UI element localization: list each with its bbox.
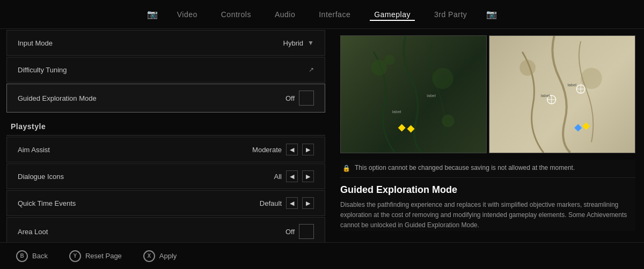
dialogue-next-btn[interactable]: ▶ (302, 170, 314, 182)
expand-icon: ↗ (309, 66, 314, 73)
camera-icon-left[interactable]: 📷 (147, 9, 158, 19)
area-loot-row[interactable]: Area Loot Off (6, 217, 325, 242)
svg-point-8 (519, 60, 536, 76)
back-button-circle: B (16, 250, 28, 262)
nav-audio[interactable]: Audio (270, 8, 299, 21)
qte-prev-btn[interactable]: ◀ (286, 197, 298, 209)
dialogue-prev-btn[interactable]: ◀ (286, 170, 298, 182)
reset-btn-label: Y (74, 253, 77, 259)
svg-point-3 (442, 115, 455, 128)
info-box: 🔒 This option cannot be changed because … (340, 160, 635, 231)
right-panel: label label (332, 29, 644, 242)
qte-value-group: Default ◀ ▶ (260, 197, 314, 209)
back-label: Back (32, 252, 48, 260)
section-divider (6, 135, 325, 136)
playstyle-header: Playstyle (0, 114, 332, 135)
camera-icon-right[interactable]: 📷 (486, 9, 497, 19)
map-right: label label (489, 35, 635, 153)
lock-notice: 🔒 This option cannot be changed because … (340, 160, 635, 178)
guided-label: Guided Exploration Mode (18, 94, 97, 102)
svg-text:label: label (541, 93, 550, 98)
svg-point-0 (371, 60, 387, 76)
aim-prev-btn[interactable]: ◀ (286, 144, 298, 155)
left-panel: Input Mode Hybrid ▼ Difficulty Tuning ↗ … (0, 29, 332, 242)
info-title: Guided Exploration Mode (340, 184, 635, 196)
reset-action[interactable]: Y Reset Page (69, 250, 122, 262)
area-loot-label: Area Loot (18, 228, 48, 236)
lock-notice-text: This option cannot be changed because sa… (355, 164, 575, 171)
qte-row[interactable]: Quick Time Events Default ◀ ▶ (6, 190, 325, 216)
apply-label: Apply (159, 252, 177, 260)
svg-point-2 (432, 68, 453, 89)
nav-3rdparty[interactable]: 3rd Party (430, 8, 471, 21)
svg-text:label: label (392, 109, 401, 114)
guided-exploration-row[interactable]: Guided Exploration Mode Off (6, 84, 325, 113)
guided-value-group: Off (286, 91, 314, 106)
difficulty-row[interactable]: Difficulty Tuning ↗ (6, 57, 325, 83)
input-mode-value-group: Hybrid ▼ (283, 39, 314, 47)
dialogue-label: Dialogue Icons (18, 173, 64, 181)
apply-action[interactable]: X Apply (143, 250, 177, 262)
svg-rect-16 (574, 124, 582, 131)
qte-next-btn[interactable]: ▶ (302, 197, 314, 209)
dialogue-value: All (274, 173, 282, 181)
svg-rect-4 (398, 124, 406, 131)
aim-value: Moderate (252, 146, 282, 154)
dialogue-icons-row[interactable]: Dialogue Icons All ◀ ▶ (6, 163, 325, 189)
svg-text:label: label (427, 93, 436, 98)
apply-button-circle: X (143, 250, 155, 262)
map-left: label label (340, 35, 487, 153)
area-loot-value: Off (286, 228, 295, 236)
info-description: Disables the pathfinding experience and … (340, 200, 635, 231)
svg-point-1 (384, 55, 395, 65)
playstyle-label: Playstyle (11, 122, 46, 131)
input-mode-row[interactable]: Input Mode Hybrid ▼ (6, 30, 325, 56)
svg-text:label: label (567, 83, 576, 87)
nav-video[interactable]: Video (173, 8, 202, 21)
bottom-bar: B Back Y Reset Page X Apply (0, 242, 644, 269)
area-loot-toggle[interactable] (299, 224, 314, 239)
back-btn-label: B (20, 253, 24, 259)
qte-value: Default (260, 199, 282, 207)
back-action[interactable]: B Back (16, 250, 48, 262)
guided-toggle[interactable] (299, 91, 314, 106)
reset-button-circle: Y (69, 250, 81, 262)
input-mode-value: Hybrid (283, 39, 304, 47)
dropdown-arrow-icon: ▼ (308, 39, 314, 47)
top-nav: 📷 Video Controls Audio Interface Gamepla… (0, 0, 644, 29)
difficulty-label: Difficulty Tuning (18, 66, 67, 74)
guided-value: Off (286, 94, 295, 102)
lock-icon: 🔒 (342, 165, 350, 172)
apply-btn-label: X (148, 253, 151, 259)
qte-label: Quick Time Events (18, 199, 76, 207)
main-layout: Input Mode Hybrid ▼ Difficulty Tuning ↗ … (0, 29, 644, 242)
svg-rect-17 (582, 122, 590, 130)
nav-gameplay[interactable]: Gameplay (370, 8, 415, 21)
aim-assist-row[interactable]: Aim Assist Moderate ◀ ▶ (6, 137, 325, 162)
nav-interface[interactable]: Interface (314, 8, 355, 21)
area-loot-value-group: Off (286, 224, 314, 239)
aim-label: Aim Assist (18, 146, 50, 154)
map-preview: label label (340, 35, 635, 153)
aim-value-group: Moderate ◀ ▶ (252, 144, 314, 155)
dialogue-value-group: All ◀ ▶ (274, 170, 314, 182)
reset-label: Reset Page (85, 252, 122, 260)
nav-controls[interactable]: Controls (217, 8, 255, 21)
aim-next-btn[interactable]: ▶ (302, 144, 314, 155)
input-mode-label: Input Mode (18, 39, 53, 47)
